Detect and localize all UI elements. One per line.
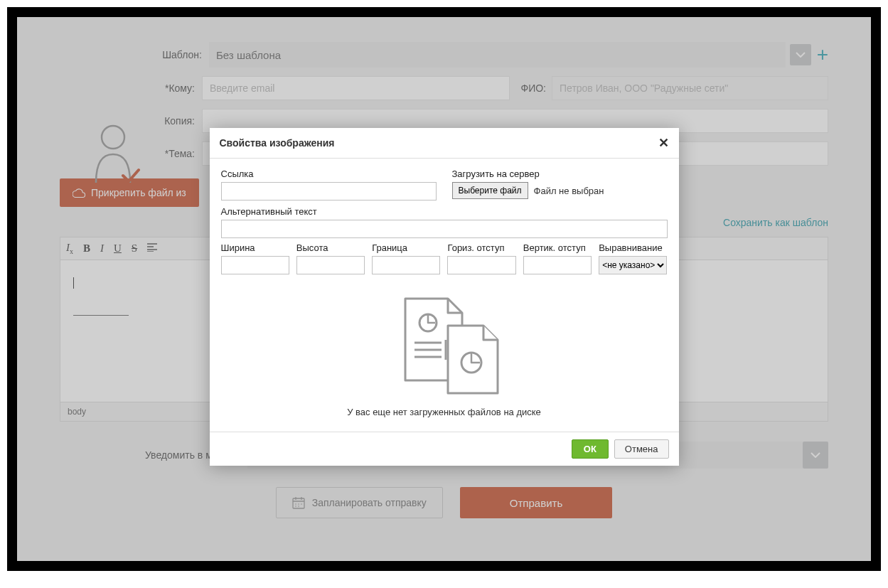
underline-button[interactable]: U bbox=[114, 242, 122, 255]
schedule-send-label: Запланировать отправку bbox=[312, 497, 427, 508]
width-label: Ширина bbox=[221, 242, 289, 253]
align-button[interactable] bbox=[147, 242, 157, 255]
border-label: Граница bbox=[372, 242, 440, 253]
svg-point-4 bbox=[301, 503, 302, 505]
no-file-text: Файл не выбран bbox=[534, 186, 604, 196]
notify-dropdown-toggle[interactable] bbox=[803, 442, 828, 469]
schedule-send-button[interactable]: Запланировать отправку bbox=[276, 487, 443, 518]
subject-label: *Тема: bbox=[159, 148, 202, 159]
alt-text-input[interactable] bbox=[221, 220, 668, 238]
svg-point-6 bbox=[298, 506, 299, 507]
avatar bbox=[92, 120, 141, 191]
url-label: Ссылка bbox=[221, 169, 437, 179]
border-input[interactable] bbox=[372, 256, 440, 274]
svg-point-5 bbox=[295, 506, 296, 507]
width-input[interactable] bbox=[221, 256, 289, 274]
empty-files-icon bbox=[380, 292, 508, 398]
strike-button[interactable]: S bbox=[132, 242, 137, 255]
template-label: Шаблон: bbox=[159, 49, 209, 60]
chevron-down-icon bbox=[796, 52, 806, 58]
add-template-button[interactable]: + bbox=[817, 43, 828, 66]
send-button[interactable]: Отправить bbox=[460, 487, 612, 518]
template-dropdown-toggle[interactable] bbox=[790, 44, 811, 65]
to-label: *Кому: bbox=[159, 82, 202, 94]
vspace-input[interactable] bbox=[523, 256, 592, 274]
hspace-input[interactable] bbox=[447, 256, 515, 274]
dialog-title: Свойства изображения bbox=[220, 137, 335, 149]
upload-label: Загрузить на сервер bbox=[452, 169, 668, 179]
to-input[interactable]: Введите email bbox=[202, 76, 510, 100]
svg-point-3 bbox=[298, 503, 299, 505]
empty-files-text: У вас еще нет загруженных файлов на диск… bbox=[221, 407, 668, 417]
fio-label: ФИО: bbox=[521, 82, 547, 94]
cc-label: Копия: bbox=[159, 115, 202, 127]
bold-button[interactable]: B bbox=[83, 242, 90, 255]
svg-point-0 bbox=[102, 126, 124, 149]
image-properties-dialog: Свойства изображения ✕ Ссылка Загрузить … bbox=[210, 128, 679, 466]
italic-button[interactable]: I bbox=[100, 242, 104, 255]
url-input[interactable] bbox=[221, 182, 437, 201]
fio-input[interactable]: Петров Иван, ООО "Радужные сети" bbox=[552, 76, 828, 100]
cloud-icon bbox=[73, 188, 85, 198]
ok-button[interactable]: ОК bbox=[572, 439, 609, 459]
svg-point-2 bbox=[295, 503, 296, 505]
alt-text-label: Альтернативный текст bbox=[221, 206, 668, 217]
save-as-template-link[interactable]: Сохранить как шаблон bbox=[723, 217, 828, 228]
calendar-icon bbox=[292, 496, 305, 509]
height-input[interactable] bbox=[296, 256, 365, 274]
chevron-down-icon bbox=[811, 452, 820, 458]
align-label: Выравнивание bbox=[599, 242, 667, 253]
close-icon[interactable]: ✕ bbox=[658, 135, 669, 151]
template-select[interactable]: Без шаблона bbox=[209, 42, 786, 68]
clear-format-button[interactable]: Ix bbox=[66, 242, 73, 255]
svg-rect-1 bbox=[293, 498, 304, 508]
cancel-button[interactable]: Отмена bbox=[614, 439, 669, 459]
align-select[interactable]: <не указано> bbox=[599, 256, 667, 274]
vspace-label: Вертик. отступ bbox=[523, 242, 592, 253]
hspace-label: Гориз. отступ bbox=[447, 242, 515, 253]
choose-file-button[interactable]: Выберите файл bbox=[452, 182, 528, 199]
height-label: Высота bbox=[296, 242, 365, 253]
